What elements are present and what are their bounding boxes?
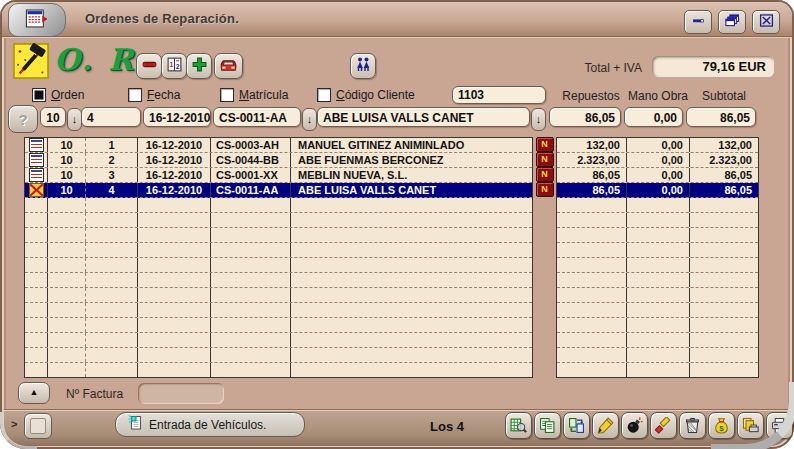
table-row[interactable]: 10416-12-2010CS-0011-AAABE LUISA VALLS C…	[25, 183, 532, 198]
sections-button[interactable]: 12	[161, 53, 187, 79]
table-row[interactable]	[25, 303, 532, 318]
table-row-amounts[interactable]	[557, 318, 758, 333]
fecha-cell	[138, 213, 211, 227]
repuestos-field[interactable]: 86,05	[549, 107, 621, 127]
fecha-checkbox[interactable]	[128, 88, 142, 102]
cascade-windows-button[interactable]	[718, 10, 746, 34]
table-row-amounts[interactable]	[557, 228, 758, 243]
subtotal-cell	[690, 318, 758, 332]
orden-spinner[interactable]: ↓	[67, 108, 82, 131]
title-bar[interactable]: Ordenes de Reparación.	[2, 2, 792, 37]
table-row-amounts[interactable]	[557, 273, 758, 288]
repuestos-cell: 86,05	[557, 168, 627, 182]
minimize-button[interactable]	[684, 10, 712, 34]
matricula-cell	[211, 198, 291, 212]
matricula-spinner[interactable]: ↓	[302, 108, 317, 131]
filter-codigo-cliente[interactable]: Código Cliente	[317, 88, 415, 102]
remove-order-button[interactable]	[136, 53, 162, 79]
table-row[interactable]	[25, 213, 532, 228]
table-row-amounts[interactable]	[557, 258, 758, 273]
table-row[interactable]	[25, 273, 532, 288]
table-row[interactable]	[25, 318, 532, 333]
table-row-amounts[interactable]	[557, 243, 758, 258]
table-row-amounts[interactable]	[557, 303, 758, 318]
clients-button[interactable]	[350, 53, 376, 79]
bomb-button[interactable]	[621, 412, 648, 439]
orden-cell: 10	[48, 168, 86, 182]
tool-button[interactable]: ?	[8, 105, 38, 133]
table-row[interactable]	[25, 228, 532, 243]
edit-pencil-button[interactable]	[592, 412, 619, 439]
factura-input[interactable]	[138, 383, 224, 404]
subtotal-cell: 2.323,00	[690, 153, 758, 167]
numero-cell	[86, 318, 138, 332]
table-row[interactable]	[25, 333, 532, 348]
table-row[interactable]	[25, 363, 532, 378]
numero-cell: 2	[86, 153, 138, 167]
numero-field[interactable]: 4	[81, 107, 141, 127]
table-row[interactable]	[25, 198, 532, 213]
codigo-cliente-input[interactable]	[452, 86, 546, 104]
row-icon-cell	[25, 198, 48, 212]
close-button[interactable]	[752, 10, 780, 34]
flag-cell	[533, 197, 556, 212]
printer-button[interactable]	[766, 412, 793, 439]
table-row[interactable]: 10216-12-2010CS-0044-BBABE FUENMAS BERCO…	[25, 153, 532, 168]
subtotal-field[interactable]: 86,05	[686, 107, 756, 127]
matricula-field[interactable]: CS-0011-AA	[213, 107, 301, 127]
table-row[interactable]	[25, 288, 532, 303]
codigo-cliente-checkbox[interactable]	[317, 88, 331, 102]
mano-obra-cell	[627, 213, 690, 227]
repuestos-cell: 132,00	[557, 138, 627, 152]
table-row-amounts[interactable]	[557, 288, 758, 303]
row-icon-cell	[25, 348, 48, 362]
table-row-amounts[interactable]: 132,000,00132,00	[557, 138, 758, 153]
numero-cell	[86, 333, 138, 347]
orden-checkbox[interactable]	[32, 88, 46, 102]
row-icon-cell	[25, 333, 48, 347]
collapse-button[interactable]: ▲	[18, 382, 50, 404]
table-row-amounts[interactable]	[557, 198, 758, 213]
entrada-vehiculos-button[interactable]: Entrada de Vehículos.	[115, 412, 305, 437]
table-row-amounts[interactable]	[557, 348, 758, 363]
transfer-icon	[568, 417, 585, 434]
panel-toggle-button[interactable]	[24, 413, 52, 439]
add-order-button[interactable]	[186, 53, 212, 79]
table-row-amounts[interactable]	[557, 333, 758, 348]
table-row-amounts[interactable]: 86,050,0086,05	[557, 168, 758, 183]
filter-matricula[interactable]: Matrícula	[220, 88, 288, 102]
cliente-spinner[interactable]: ↓	[531, 108, 546, 131]
vehicle-button[interactable]	[214, 53, 243, 79]
row-icon-cell	[25, 153, 48, 167]
filter-fecha[interactable]: Fecha	[128, 88, 180, 102]
matricula-checkbox[interactable]	[220, 88, 234, 102]
money-button[interactable]: $	[708, 412, 735, 439]
total-iva-value: 79,16 EUR	[652, 56, 774, 77]
fecha-field[interactable]: 16-12-2010	[143, 107, 211, 127]
filter-orden[interactable]: Orden	[32, 88, 84, 102]
orden-cell	[48, 363, 86, 377]
table-row-amounts[interactable]: 2.323,000,002.323,00	[557, 153, 758, 168]
table-row-amounts[interactable]: 86,050,0086,05	[557, 183, 758, 198]
eraser-button[interactable]	[650, 412, 677, 439]
table-row[interactable]: 10116-12-2010CS-0003-AHMANUEL GITINEZ AN…	[25, 138, 532, 153]
row-icon-cell	[25, 228, 48, 242]
table-row-amounts[interactable]	[557, 213, 758, 228]
search-button[interactable]	[505, 412, 532, 439]
copy-button[interactable]	[534, 412, 561, 439]
table-row[interactable]	[25, 243, 532, 258]
estado-n-badge: N	[536, 182, 554, 197]
table-row[interactable]: 10316-12-2010CS-0001-XXMEBLIN NUEVA, S.L…	[25, 168, 532, 183]
table-row[interactable]	[25, 348, 532, 363]
table-row-amounts[interactable]	[557, 363, 758, 378]
table-row[interactable]	[25, 258, 532, 273]
cliente-field[interactable]: ABE LUISA VALLS CANET	[317, 107, 530, 127]
orden-field[interactable]: 10	[40, 107, 66, 127]
trash-button[interactable]	[679, 412, 706, 439]
mano-obra-cell	[627, 318, 690, 332]
transfer-button[interactable]	[563, 412, 590, 439]
estado-n-badge: N	[536, 167, 554, 182]
mano-obra-field[interactable]: 0,00	[624, 107, 683, 127]
mano-obra-cell: 0,00	[627, 168, 690, 182]
copies-print-button[interactable]	[737, 412, 764, 439]
